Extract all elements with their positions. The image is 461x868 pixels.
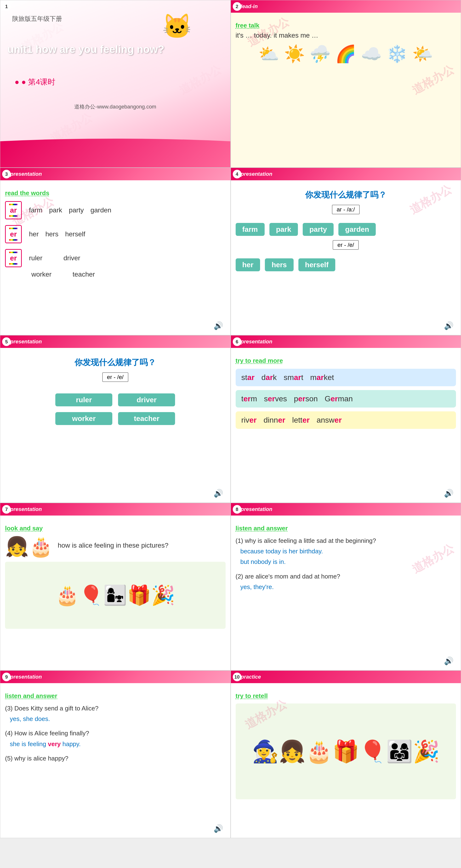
rule-box-er2: er - /e/ — [102, 372, 128, 382]
word-ar1: ar — [247, 373, 254, 382]
tv-row-ar: ar farm park party garden — [5, 201, 225, 219]
word-sm: sm — [283, 373, 294, 382]
sound-icon-4[interactable]: 🔊 — [444, 321, 454, 330]
word-p2: p — [294, 394, 298, 403]
rule-question-4: 你发现什么规律了吗？ — [236, 189, 456, 200]
chip-ruler: ruler — [55, 394, 112, 406]
tv-row-er1: er her hers herself — [5, 225, 225, 243]
free-talk-text: it's … today. it makes me … — [236, 32, 456, 39]
rule-box-er: er - /e/ — [333, 240, 359, 250]
scene-illustration-7: 🎂🎈👩‍👧🎁🎉 — [5, 562, 225, 629]
cloud-icon-3: 🌤️ — [412, 44, 433, 64]
slide-9: 9 >>presentation listen and answer (3) D… — [0, 671, 230, 838]
qa-1: (1) why is alice feeling a little sad at… — [236, 535, 456, 567]
watermark-2: 道格办公 — [176, 62, 224, 98]
sound-icon-5[interactable]: 🔊 — [214, 489, 223, 498]
look-say-body: 👧🎂 how is alice feeling in these picture… — [5, 535, 225, 558]
word-ruler: ruler — [29, 254, 42, 262]
word-teacher: teacher — [72, 271, 95, 278]
q1-text: (1) why is alice feeling a little sad at… — [236, 535, 456, 546]
word-dark: d — [262, 373, 266, 382]
try-retell-label: try to retell — [236, 692, 456, 700]
qa-5: (5) why is alice happy? — [5, 753, 225, 764]
a2-text: yes, they're. — [236, 582, 456, 592]
practice-content: try to retell 🧙‍♀️👧🎂🎁🎈👨‍👩‍👧🎉 — [236, 692, 456, 799]
word-t: t — [301, 373, 303, 382]
word-ves: ves — [275, 394, 287, 403]
section-bar-9: >>presentation — [0, 671, 230, 683]
weather-icons-row: ⛅ ☀️ ⛈️ 🌈 ☁️ ❄️ 🌤️ — [236, 44, 456, 64]
page-number-4: 4 — [233, 170, 241, 178]
rule-box-ar: ar - /a:/ — [332, 205, 360, 214]
phonics-box-er2: er — [5, 249, 22, 267]
rule-question-5: 你发现什么规律了吗？ — [5, 357, 225, 368]
page-number-2: 2 — [233, 2, 241, 11]
question-text: how is alice feeling in these pictures? — [58, 541, 168, 549]
word-son: son — [305, 394, 318, 403]
word-er-answer: er — [335, 416, 342, 424]
chips-grid-5: ruler driver worker teacher — [55, 394, 175, 425]
chip-her: her — [236, 258, 260, 271]
word-er-person: er — [298, 394, 305, 403]
lightning-icon: ⛈️ — [310, 44, 331, 64]
website-label: 道格办公-www.daogebangong.com — [74, 103, 156, 111]
read-more-er-box2: river dinner letter answer — [236, 411, 456, 429]
sound-icon-6[interactable]: 🔊 — [444, 489, 454, 498]
slide-grid: 1 道格办公 道格办公 道格办公 陕旅版五年级下册 🐱 unit1 how ar… — [0, 0, 461, 838]
snowflake-icon: ❄️ — [387, 44, 407, 64]
word-dk: k — [273, 373, 277, 382]
word-er-letter: er — [303, 416, 310, 424]
dot-icon: ● — [14, 78, 19, 86]
qa-2: (2) are alice's mom and dad at home? yes… — [236, 571, 456, 592]
sound-icon-9[interactable]: 🔊 — [214, 824, 223, 833]
cloud-icon-2: ☁️ — [361, 44, 382, 64]
word-ar-smart: ar — [294, 373, 301, 382]
page-number-9: 9 — [2, 673, 11, 681]
q3-text: (3) Does Kitty send a gift to Alice? — [5, 703, 225, 714]
sun-icon: ☀️ — [284, 44, 305, 64]
page-number-10: 10 — [233, 673, 241, 681]
q5-text: (5) why is alice happy? — [5, 753, 225, 764]
chip-park: park — [269, 223, 298, 236]
words-er3: worker teacher — [31, 271, 225, 278]
cloud-smile-icon: ⛅ — [258, 44, 279, 64]
section-bar-3: >>presentation — [0, 168, 230, 180]
read-more-ar-box: star dark smart market — [236, 369, 456, 386]
look-say-question: how is alice feeling in these pictures? — [58, 540, 168, 551]
slide-7: 7 >>presentation look and say 👧🎂 how is … — [0, 503, 230, 671]
chip-worker: worker — [55, 412, 112, 425]
word-herself: herself — [65, 230, 85, 238]
slide-8: 8 >>presentation 道格办公 listen and answer … — [230, 503, 461, 671]
read-more-er-box: term serves person German — [236, 390, 456, 407]
q2-text: (2) are alice's mom and dad at home? — [236, 571, 456, 582]
word-er-serves: er — [268, 394, 275, 403]
word-er-german: er — [331, 394, 338, 403]
sound-icon-3[interactable]: 🔊 — [214, 321, 223, 330]
word-garden: garden — [91, 207, 111, 214]
words-er2: ruler driver — [29, 254, 80, 262]
word-party: party — [69, 207, 84, 214]
word-ar-market: ar — [316, 373, 324, 382]
slide-4: 4 >>presentation 道格办公 你发现什么规律了吗？ ar - /a… — [230, 167, 461, 335]
chip-party: party — [303, 223, 334, 236]
slide-1: 1 道格办公 道格办公 道格办公 陕旅版五年级下册 🐱 unit1 how ar… — [0, 0, 230, 167]
word-er-river: er — [249, 416, 256, 424]
sound-icon-8[interactable]: 🔊 — [444, 656, 454, 665]
page-number-1: 1 — [2, 2, 11, 11]
chip-row-ar: farm park party garden — [236, 223, 456, 236]
read-words-content: read the words ar farm park party garden… — [5, 189, 225, 278]
read-more-label: try to read more — [236, 357, 456, 365]
slide-title: unit1 how are you feeling now? — [7, 43, 164, 55]
word-m: m — [310, 373, 316, 382]
section-bar-8: >>presentation — [231, 503, 461, 516]
scene-illustration-10: 🧙‍♀️👧🎂🎁🎈👨‍👩‍👧🎉 — [236, 704, 456, 799]
very-highlight: very — [48, 740, 61, 748]
wave-decoration — [0, 138, 230, 167]
section-bar-6: >>presentation — [231, 336, 461, 348]
read-more-content: try to read more star dark smart market … — [236, 357, 456, 429]
chip-herself: herself — [298, 258, 335, 271]
slide-subtitle: ● ● 第4课时 — [14, 77, 55, 87]
word-st: st — [241, 373, 247, 382]
free-talk-label: free talk — [236, 22, 456, 29]
word-er-dinner: er — [278, 416, 285, 424]
